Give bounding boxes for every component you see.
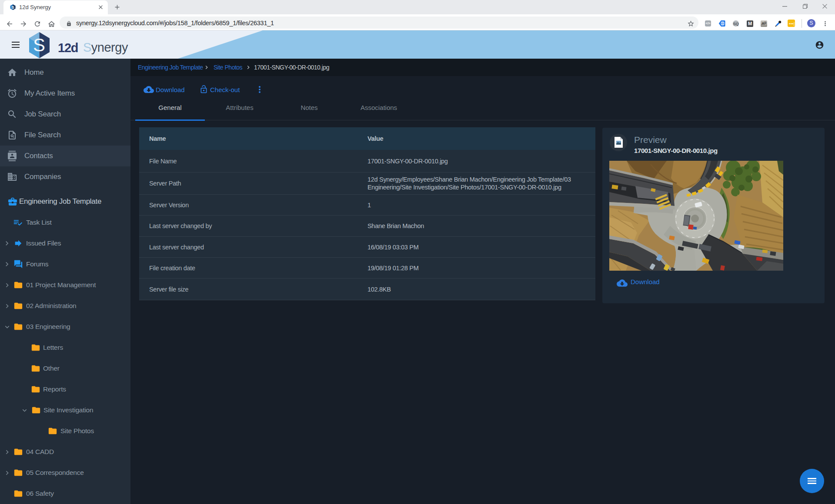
svg-text:S: S (33, 35, 45, 55)
svg-text:S: S (11, 5, 14, 10)
svg-text:SQ: SQ (733, 21, 739, 26)
